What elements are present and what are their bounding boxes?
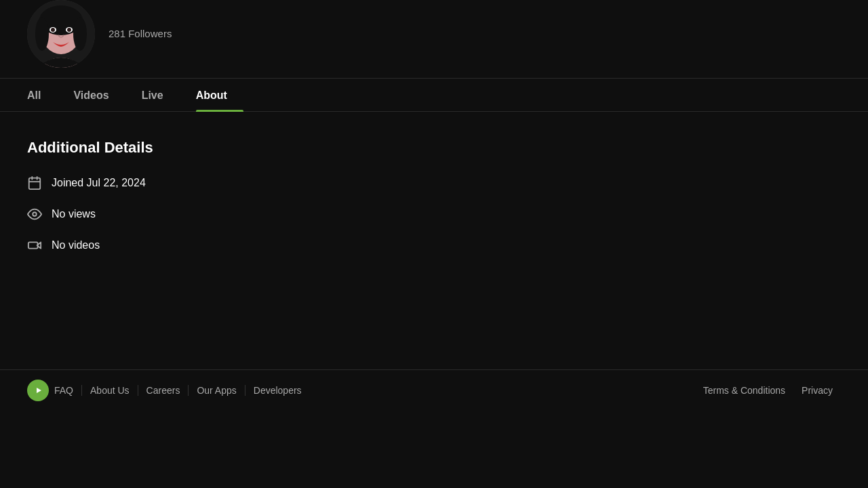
svg-rect-11 [29, 178, 41, 190]
navigation-tabs: All Videos Live About [0, 79, 868, 112]
views-item: No views [27, 207, 841, 222]
footer-faq-link[interactable]: FAQ [54, 385, 82, 396]
footer-privacy-link[interactable]: Privacy [793, 385, 841, 396]
tab-about[interactable]: About [196, 79, 243, 111]
video-icon [27, 238, 42, 253]
profile-info: 281 Followers [108, 28, 172, 39]
avatar [27, 0, 95, 68]
svg-point-9 [51, 28, 55, 32]
main-content: Additional Details Joined Jul 22, 2024 N… [0, 112, 868, 369]
joined-date-text: Joined Jul 22, 2024 [52, 177, 146, 189]
additional-details-title: Additional Details [27, 139, 841, 157]
footer: FAQ About Us Careers Our Apps Developers… [0, 370, 868, 411]
footer-logo [27, 380, 49, 401]
footer-careers-link[interactable]: Careers [138, 385, 189, 396]
svg-rect-16 [28, 242, 38, 248]
tab-live[interactable]: Live [142, 79, 180, 111]
footer-terms-link[interactable]: Terms & Conditions [695, 385, 793, 396]
footer-apps-link[interactable]: Our Apps [189, 385, 245, 396]
svg-point-15 [33, 212, 37, 216]
joined-date-item: Joined Jul 22, 2024 [27, 176, 841, 190]
svg-point-10 [67, 28, 71, 32]
footer-developers-link[interactable]: Developers [245, 385, 310, 396]
views-text: No views [52, 208, 96, 220]
tab-all[interactable]: All [27, 79, 57, 111]
footer-left: FAQ About Us Careers Our Apps Developers [27, 380, 310, 401]
footer-links: FAQ About Us Careers Our Apps Developers [54, 385, 310, 396]
eye-icon [27, 207, 42, 222]
svg-point-6 [73, 17, 87, 51]
calendar-icon [27, 176, 42, 190]
followers-count: 281 Followers [108, 28, 172, 39]
footer-about-us-link[interactable]: About Us [82, 385, 138, 396]
profile-header: 281 Followers [0, 0, 868, 78]
videos-item: No videos [27, 238, 841, 253]
footer-right: Terms & Conditions Privacy [695, 385, 841, 396]
tab-videos[interactable]: Videos [73, 79, 125, 111]
svg-point-5 [35, 17, 49, 51]
videos-text: No videos [52, 239, 100, 251]
